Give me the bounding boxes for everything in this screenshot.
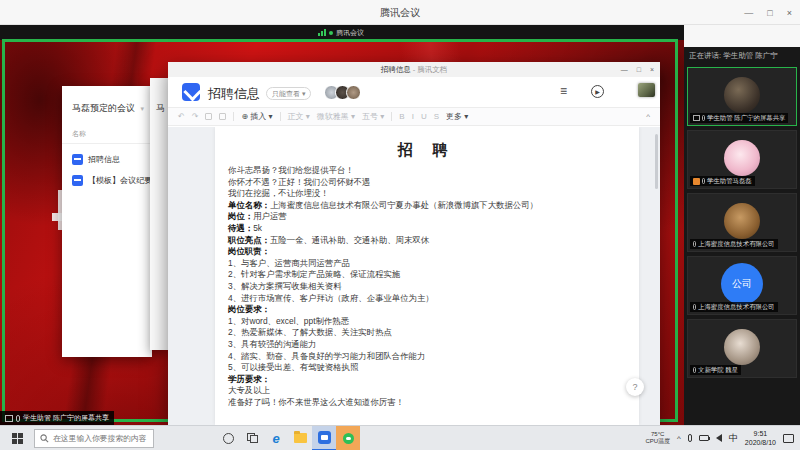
- doc-header: 招聘信息 只能查看 ▾ ≡ ▶: [168, 77, 660, 108]
- collaborator-avatars[interactable]: [324, 85, 361, 100]
- font-dropdown[interactable]: 微软雅黑 ▾: [317, 111, 355, 122]
- underline-button[interactable]: U: [421, 112, 427, 121]
- windows-logo-icon: [12, 433, 23, 444]
- doc-maximize-button[interactable]: □: [637, 66, 641, 73]
- italic-button[interactable]: I: [412, 112, 414, 121]
- doc-list-column-header: 名称: [62, 115, 152, 144]
- tencent-docs-logo-icon: [182, 83, 200, 101]
- share-indicator-label: 学生助管 陈广宁的屏幕共享: [23, 413, 109, 423]
- cpu-temp-readout: 75°CCPU温度: [645, 431, 670, 445]
- font-size-dropdown[interactable]: 五号 ▾: [362, 111, 384, 122]
- tencent-docs-app-icon: [318, 431, 331, 444]
- task-view-button[interactable]: [240, 426, 264, 450]
- doc-window-controls: — □ ×: [621, 62, 654, 77]
- mic-icon: [702, 115, 705, 121]
- doc-list-window: 马磊预定的会议 ▾ 名称 招聘信息 【模板】会议纪要: [62, 86, 152, 357]
- taskbar-search-input[interactable]: 在这里输入你要搜索的内容: [34, 429, 154, 448]
- minimize-button[interactable]: —: [744, 8, 753, 18]
- toolbar-divider: [233, 112, 234, 121]
- view-only-badge[interactable]: 只能查看 ▾: [266, 87, 311, 100]
- task-view-icon: [247, 433, 258, 443]
- screen-icon: [5, 415, 13, 422]
- action-center-icon[interactable]: [783, 434, 794, 443]
- screen-share-icon: [693, 115, 700, 121]
- tray-mic-icon[interactable]: [688, 434, 692, 442]
- participant-tile[interactable]: 公司 上海蜜度信息技术有限公司: [687, 256, 797, 315]
- doc-title: 招聘信息: [208, 85, 260, 103]
- cortana-icon: [223, 433, 234, 444]
- folder-icon: [294, 433, 307, 443]
- floating-meeting-indicator[interactable]: 腾讯会议: [318, 27, 364, 38]
- participant-tile-sharer[interactable]: 学生助管 陈广宁的屏幕共享: [687, 67, 797, 126]
- doc-scrollbar[interactable]: [655, 134, 658, 189]
- doc-list-item-recruit[interactable]: 招聘信息: [62, 144, 152, 165]
- doc-line: 准备好了吗！你不来世界这么大谁知道你厉害！: [228, 397, 625, 409]
- paragraph-style-dropdown[interactable]: 正文 ▾: [288, 111, 310, 122]
- file-explorer-button[interactable]: [288, 426, 312, 450]
- doc-list-item-template[interactable]: 【模板】会议纪要: [62, 165, 152, 186]
- participant-tile[interactable]: 上海蜜度信息技术有限公司: [687, 193, 797, 252]
- doc-minimize-button[interactable]: —: [621, 66, 628, 73]
- doc-line: 岗位要求：: [228, 304, 625, 316]
- start-button[interactable]: [0, 426, 34, 450]
- present-icon[interactable]: ▶: [591, 85, 604, 98]
- doc-window-titlebar: 招聘信息 - 腾讯文档 — □ ×: [168, 62, 660, 77]
- doc-line: 职位亮点：五险一金、通讯补助、交通补助、周末双休: [228, 235, 625, 247]
- participant-name: 学生助管 陈广宁的屏幕共享: [707, 113, 785, 123]
- tencent-meeting-taskbar-button[interactable]: [336, 426, 360, 450]
- doc-line: 1、对word、excel、ppt制作熟悉: [228, 316, 625, 328]
- participant-tile[interactable]: 学生助管马磊磊: [687, 130, 797, 189]
- redo-icon[interactable]: ↷: [192, 112, 199, 121]
- doc-line: 3、具有较强的沟通能力: [228, 339, 625, 351]
- mic-icon: [693, 304, 696, 310]
- doc-window: 招聘信息 - 腾讯文档 — □ × 招聘信息 只能查看 ▾ ≡ ▶: [168, 62, 660, 425]
- meeting-window-titlebar: 腾讯会议 — □ ×: [0, 0, 800, 25]
- floating-video-thumbnail[interactable]: [638, 83, 655, 97]
- input-language-indicator[interactable]: 中: [729, 432, 738, 445]
- insert-dropdown[interactable]: ⊕ 插入 ▾: [241, 111, 272, 122]
- cortana-button[interactable]: [216, 426, 240, 450]
- shared-screen-view: 腾讯会议 马磊预定的会议 ▾ 名称 招聘信息 【模板】会议纪要 马: [0, 25, 684, 425]
- doc-page[interactable]: 招 聘 你斗志昂扬？我们给您提供平台！ 你怀才不遇？正好！我们公司怀财不遇 我们…: [215, 127, 639, 425]
- search-placeholder: 在这里输入你要搜索的内容: [53, 433, 147, 444]
- edge-button[interactable]: e: [264, 426, 288, 450]
- doc-line: 你斗志昂扬？我们给您提供平台！: [228, 165, 625, 177]
- doc-line: 2、针对客户需求制定产品策略、保证流程实施: [228, 269, 625, 281]
- clock[interactable]: 9:512020/8/10: [745, 429, 776, 447]
- doc-canvas[interactable]: 招 聘 你斗志昂扬？我们给您提供平台！ 你怀才不遇？正好！我们公司怀财不遇 我们…: [168, 127, 660, 425]
- background-window-sliver[interactable]: 马: [150, 78, 170, 350]
- collapse-toolbar-icon[interactable]: ^: [646, 112, 650, 121]
- menu-icon[interactable]: ≡: [560, 84, 567, 98]
- battery-icon[interactable]: [699, 435, 709, 441]
- tray-expand-icon[interactable]: ^: [677, 434, 681, 443]
- close-button[interactable]: ×: [787, 8, 792, 18]
- more-dropdown[interactable]: 更多 ▾: [446, 111, 468, 122]
- doc-line: 5、可以接受出差、有驾驶资格执照: [228, 362, 625, 374]
- participant-tile[interactable]: 文新学院 魏星: [687, 319, 797, 378]
- bold-button[interactable]: B: [399, 112, 404, 121]
- doc-list-title: 马磊预定的会议: [72, 102, 135, 115]
- mic-icon: [16, 415, 20, 422]
- volume-icon[interactable]: [716, 434, 722, 442]
- undo-icon[interactable]: ↶: [178, 112, 185, 121]
- document-icon: [72, 154, 83, 165]
- help-button[interactable]: ?: [626, 378, 644, 396]
- doc-line: 你怀才不遇？正好！我们公司怀财不遇: [228, 177, 625, 189]
- doc-line: 单位名称：上海蜜度信息信息技术有限公司宁夏办事处（新浪微博旗下大数据公司）: [228, 200, 625, 212]
- sort-caret-icon[interactable]: ▾: [140, 105, 144, 113]
- doc-line: 岗位：用户运营: [228, 211, 625, 223]
- avatar: [724, 329, 760, 365]
- avatar: [346, 85, 361, 100]
- format-painter-icon[interactable]: [205, 113, 212, 120]
- tencent-docs-taskbar-button[interactable]: [312, 426, 336, 450]
- mic-icon: [702, 178, 705, 184]
- participant-name: 文新学院 魏星: [698, 365, 738, 375]
- doc-line: 1、与客户、运营商共同运营产品: [228, 258, 625, 270]
- strikethrough-button[interactable]: S: [434, 112, 439, 121]
- maximize-button[interactable]: □: [767, 8, 772, 18]
- doc-line: 我们在挖掘，不让你埋没！: [228, 188, 625, 200]
- tencent-meeting-app-icon: [343, 433, 354, 444]
- clear-format-icon[interactable]: [219, 113, 226, 120]
- participant-name: 学生助管马磊磊: [707, 176, 752, 186]
- doc-close-button[interactable]: ×: [650, 66, 654, 73]
